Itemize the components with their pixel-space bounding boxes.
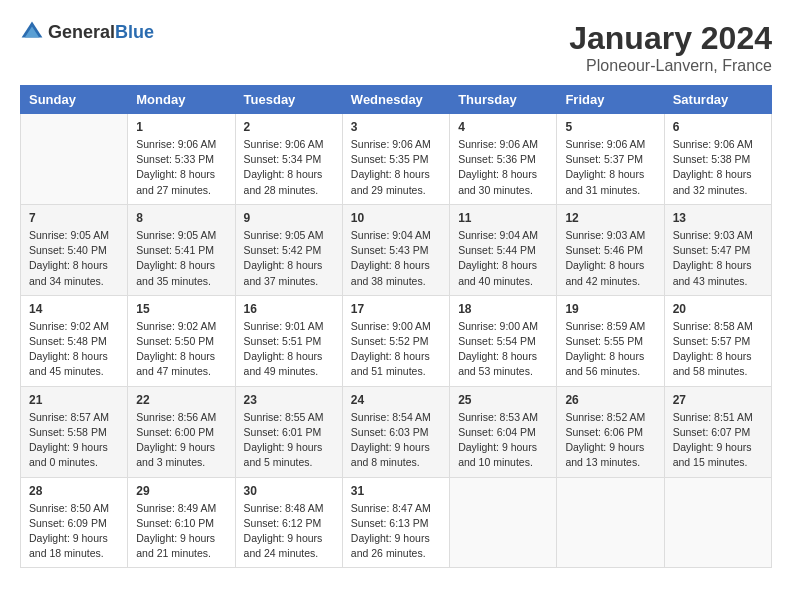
calendar-cell: 19Sunrise: 8:59 AMSunset: 5:55 PMDayligh… <box>557 295 664 386</box>
day-number: 10 <box>351 211 441 225</box>
day-number: 21 <box>29 393 119 407</box>
calendar-cell: 15Sunrise: 9:02 AMSunset: 5:50 PMDayligh… <box>128 295 235 386</box>
calendar-cell: 27Sunrise: 8:51 AMSunset: 6:07 PMDayligh… <box>664 386 771 477</box>
day-info: Sunrise: 9:03 AMSunset: 5:46 PMDaylight:… <box>565 228 655 289</box>
day-number: 17 <box>351 302 441 316</box>
calendar-cell: 8Sunrise: 9:05 AMSunset: 5:41 PMDaylight… <box>128 204 235 295</box>
day-info: Sunrise: 9:06 AMSunset: 5:36 PMDaylight:… <box>458 137 548 198</box>
calendar-cell: 31Sunrise: 8:47 AMSunset: 6:13 PMDayligh… <box>342 477 449 568</box>
day-number: 6 <box>673 120 763 134</box>
day-info: Sunrise: 8:53 AMSunset: 6:04 PMDaylight:… <box>458 410 548 471</box>
day-info: Sunrise: 9:04 AMSunset: 5:44 PMDaylight:… <box>458 228 548 289</box>
calendar-cell: 14Sunrise: 9:02 AMSunset: 5:48 PMDayligh… <box>21 295 128 386</box>
calendar-cell: 10Sunrise: 9:04 AMSunset: 5:43 PMDayligh… <box>342 204 449 295</box>
calendar-cell: 4Sunrise: 9:06 AMSunset: 5:36 PMDaylight… <box>450 114 557 205</box>
day-number: 24 <box>351 393 441 407</box>
day-info: Sunrise: 8:51 AMSunset: 6:07 PMDaylight:… <box>673 410 763 471</box>
calendar-cell <box>557 477 664 568</box>
calendar-table: Sunday Monday Tuesday Wednesday Thursday… <box>20 85 772 568</box>
logo-icon <box>20 20 44 44</box>
calendar-cell: 18Sunrise: 9:00 AMSunset: 5:54 PMDayligh… <box>450 295 557 386</box>
calendar-cell: 16Sunrise: 9:01 AMSunset: 5:51 PMDayligh… <box>235 295 342 386</box>
calendar-week-row: 21Sunrise: 8:57 AMSunset: 5:58 PMDayligh… <box>21 386 772 477</box>
day-number: 13 <box>673 211 763 225</box>
calendar-cell: 11Sunrise: 9:04 AMSunset: 5:44 PMDayligh… <box>450 204 557 295</box>
col-monday: Monday <box>128 86 235 114</box>
day-number: 16 <box>244 302 334 316</box>
location-title: Ploneour-Lanvern, France <box>569 57 772 75</box>
calendar-cell: 26Sunrise: 8:52 AMSunset: 6:06 PMDayligh… <box>557 386 664 477</box>
day-number: 14 <box>29 302 119 316</box>
calendar-cell: 22Sunrise: 8:56 AMSunset: 6:00 PMDayligh… <box>128 386 235 477</box>
day-info: Sunrise: 9:02 AMSunset: 5:50 PMDaylight:… <box>136 319 226 380</box>
day-info: Sunrise: 8:59 AMSunset: 5:55 PMDaylight:… <box>565 319 655 380</box>
logo-general-text: General <box>48 22 115 42</box>
calendar-week-row: 7Sunrise: 9:05 AMSunset: 5:40 PMDaylight… <box>21 204 772 295</box>
calendar-week-row: 28Sunrise: 8:50 AMSunset: 6:09 PMDayligh… <box>21 477 772 568</box>
day-number: 4 <box>458 120 548 134</box>
day-number: 5 <box>565 120 655 134</box>
day-number: 25 <box>458 393 548 407</box>
day-info: Sunrise: 9:03 AMSunset: 5:47 PMDaylight:… <box>673 228 763 289</box>
day-number: 26 <box>565 393 655 407</box>
day-number: 29 <box>136 484 226 498</box>
logo: GeneralBlue <box>20 20 154 44</box>
calendar-body: 1Sunrise: 9:06 AMSunset: 5:33 PMDaylight… <box>21 114 772 568</box>
day-number: 9 <box>244 211 334 225</box>
day-number: 19 <box>565 302 655 316</box>
calendar-cell: 1Sunrise: 9:06 AMSunset: 5:33 PMDaylight… <box>128 114 235 205</box>
day-number: 2 <box>244 120 334 134</box>
calendar-cell: 7Sunrise: 9:05 AMSunset: 5:40 PMDaylight… <box>21 204 128 295</box>
day-info: Sunrise: 9:06 AMSunset: 5:34 PMDaylight:… <box>244 137 334 198</box>
col-wednesday: Wednesday <box>342 86 449 114</box>
day-number: 18 <box>458 302 548 316</box>
calendar-cell: 5Sunrise: 9:06 AMSunset: 5:37 PMDaylight… <box>557 114 664 205</box>
day-info: Sunrise: 9:01 AMSunset: 5:51 PMDaylight:… <box>244 319 334 380</box>
day-info: Sunrise: 9:06 AMSunset: 5:37 PMDaylight:… <box>565 137 655 198</box>
day-number: 30 <box>244 484 334 498</box>
day-info: Sunrise: 8:55 AMSunset: 6:01 PMDaylight:… <box>244 410 334 471</box>
day-info: Sunrise: 9:05 AMSunset: 5:40 PMDaylight:… <box>29 228 119 289</box>
day-number: 27 <box>673 393 763 407</box>
day-number: 15 <box>136 302 226 316</box>
calendar-cell: 20Sunrise: 8:58 AMSunset: 5:57 PMDayligh… <box>664 295 771 386</box>
calendar-cell: 9Sunrise: 9:05 AMSunset: 5:42 PMDaylight… <box>235 204 342 295</box>
day-info: Sunrise: 9:06 AMSunset: 5:35 PMDaylight:… <box>351 137 441 198</box>
calendar-cell <box>21 114 128 205</box>
calendar-cell: 30Sunrise: 8:48 AMSunset: 6:12 PMDayligh… <box>235 477 342 568</box>
day-info: Sunrise: 8:50 AMSunset: 6:09 PMDaylight:… <box>29 501 119 562</box>
calendar-cell: 2Sunrise: 9:06 AMSunset: 5:34 PMDaylight… <box>235 114 342 205</box>
calendar-cell <box>450 477 557 568</box>
day-info: Sunrise: 8:57 AMSunset: 5:58 PMDaylight:… <box>29 410 119 471</box>
day-info: Sunrise: 9:00 AMSunset: 5:52 PMDaylight:… <box>351 319 441 380</box>
col-saturday: Saturday <box>664 86 771 114</box>
day-info: Sunrise: 8:54 AMSunset: 6:03 PMDaylight:… <box>351 410 441 471</box>
day-number: 11 <box>458 211 548 225</box>
day-info: Sunrise: 8:48 AMSunset: 6:12 PMDaylight:… <box>244 501 334 562</box>
calendar-cell: 12Sunrise: 9:03 AMSunset: 5:46 PMDayligh… <box>557 204 664 295</box>
day-info: Sunrise: 9:06 AMSunset: 5:38 PMDaylight:… <box>673 137 763 198</box>
title-block: January 2024 Ploneour-Lanvern, France <box>569 20 772 75</box>
header-row: Sunday Monday Tuesday Wednesday Thursday… <box>21 86 772 114</box>
day-info: Sunrise: 9:05 AMSunset: 5:41 PMDaylight:… <box>136 228 226 289</box>
calendar-cell: 21Sunrise: 8:57 AMSunset: 5:58 PMDayligh… <box>21 386 128 477</box>
day-info: Sunrise: 9:00 AMSunset: 5:54 PMDaylight:… <box>458 319 548 380</box>
col-sunday: Sunday <box>21 86 128 114</box>
col-thursday: Thursday <box>450 86 557 114</box>
calendar-header: Sunday Monday Tuesday Wednesday Thursday… <box>21 86 772 114</box>
col-tuesday: Tuesday <box>235 86 342 114</box>
calendar-cell: 29Sunrise: 8:49 AMSunset: 6:10 PMDayligh… <box>128 477 235 568</box>
day-info: Sunrise: 8:56 AMSunset: 6:00 PMDaylight:… <box>136 410 226 471</box>
calendar-week-row: 1Sunrise: 9:06 AMSunset: 5:33 PMDaylight… <box>21 114 772 205</box>
month-title: January 2024 <box>569 20 772 57</box>
calendar-cell: 3Sunrise: 9:06 AMSunset: 5:35 PMDaylight… <box>342 114 449 205</box>
page-header: GeneralBlue January 2024 Ploneour-Lanver… <box>20 20 772 75</box>
calendar-cell: 13Sunrise: 9:03 AMSunset: 5:47 PMDayligh… <box>664 204 771 295</box>
day-info: Sunrise: 8:49 AMSunset: 6:10 PMDaylight:… <box>136 501 226 562</box>
calendar-cell: 23Sunrise: 8:55 AMSunset: 6:01 PMDayligh… <box>235 386 342 477</box>
day-number: 7 <box>29 211 119 225</box>
day-number: 3 <box>351 120 441 134</box>
day-info: Sunrise: 8:58 AMSunset: 5:57 PMDaylight:… <box>673 319 763 380</box>
day-number: 22 <box>136 393 226 407</box>
day-info: Sunrise: 9:06 AMSunset: 5:33 PMDaylight:… <box>136 137 226 198</box>
